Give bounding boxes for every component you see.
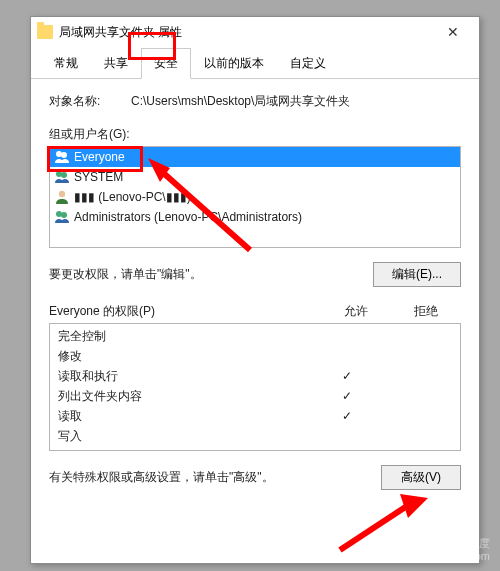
folder-icon: [37, 25, 53, 39]
advanced-row: 有关特殊权限或高级设置，请单击"高级"。 高级(V): [49, 465, 461, 490]
edit-button[interactable]: 编辑(E)...: [373, 262, 461, 287]
group-item-user[interactable]: ▮▮▮ (Lenovo-PC\▮▮▮): [50, 187, 460, 207]
tab-strip: 常规 共享 安全 以前的版本 自定义: [31, 47, 479, 79]
group-item-everyone[interactable]: Everyone: [50, 147, 460, 167]
svg-point-0: [56, 151, 62, 157]
perm-row[interactable]: 修改: [50, 346, 460, 366]
perm-allow-check: ✓: [312, 409, 382, 423]
perm-name: 修改: [58, 348, 312, 365]
advanced-button[interactable]: 高级(V): [381, 465, 461, 490]
perm-allow-check: ✓: [312, 389, 382, 403]
group-item-label: Everyone: [74, 150, 125, 164]
perm-row[interactable]: 列出文件夹内容✓: [50, 386, 460, 406]
perm-name: 读取: [58, 408, 312, 425]
advanced-hint: 有关特殊权限或高级设置，请单击"高级"。: [49, 469, 381, 486]
object-name-label: 对象名称:: [49, 93, 131, 110]
perm-row[interactable]: 读取和执行✓: [50, 366, 460, 386]
tab-previous[interactable]: 以前的版本: [191, 48, 277, 79]
groups-listbox[interactable]: Everyone SYSTEM ▮▮▮ (Lenovo-PC\▮▮▮) Admi…: [49, 146, 461, 248]
svg-point-1: [61, 152, 67, 158]
object-name-value: C:\Users\msh\Desktop\局域网共享文件夹: [131, 93, 350, 110]
groups-label: 组或用户名(G):: [49, 126, 461, 143]
object-name-row: 对象名称: C:\Users\msh\Desktop\局域网共享文件夹: [49, 93, 461, 110]
tab-general[interactable]: 常规: [41, 48, 91, 79]
perm-header: Everyone 的权限(P) 允许 拒绝: [49, 303, 461, 320]
perm-allow-header: 允许: [321, 303, 391, 320]
svg-point-4: [59, 191, 65, 197]
svg-point-2: [56, 171, 62, 177]
perm-row[interactable]: 读取✓: [50, 406, 460, 426]
perm-row[interactable]: 写入: [50, 426, 460, 446]
group-item-label: ▮▮▮ (Lenovo-PC\▮▮▮): [74, 190, 191, 204]
group-item-label: Administrators (Lenovo-PC\Administrators…: [74, 210, 302, 224]
tab-security[interactable]: 安全: [141, 48, 191, 79]
properties-dialog: 局域网共享文件夹 属性 ✕ 常规 共享 安全 以前的版本 自定义 对象名称: C…: [30, 16, 480, 564]
tab-sharing[interactable]: 共享: [91, 48, 141, 79]
user-icon: [54, 189, 70, 205]
group-item-label: SYSTEM: [74, 170, 123, 184]
close-button[interactable]: ✕: [433, 19, 473, 45]
svg-point-3: [61, 172, 67, 178]
watermark: Bai❀百度 jingyan.baidu.com: [401, 537, 490, 563]
users-icon: [54, 149, 70, 165]
group-item-admins[interactable]: Administrators (Lenovo-PC\Administrators…: [50, 207, 460, 227]
edit-row: 要更改权限，请单击"编辑"。 编辑(E)...: [49, 262, 461, 287]
perm-deny-header: 拒绝: [391, 303, 461, 320]
perm-name: 完全控制: [58, 328, 312, 345]
perm-name: 写入: [58, 428, 312, 445]
edit-hint: 要更改权限，请单击"编辑"。: [49, 266, 373, 283]
svg-point-6: [61, 212, 67, 218]
perm-name: 列出文件夹内容: [58, 388, 312, 405]
svg-point-5: [56, 211, 62, 217]
titlebar: 局域网共享文件夹 属性 ✕: [31, 17, 479, 47]
perm-row[interactable]: 完全控制: [50, 326, 460, 346]
watermark-logo: Bai❀百度: [401, 537, 490, 550]
group-item-system[interactable]: SYSTEM: [50, 167, 460, 187]
perm-name: 读取和执行: [58, 368, 312, 385]
tab-custom[interactable]: 自定义: [277, 48, 339, 79]
perm-allow-check: ✓: [312, 369, 382, 383]
users-icon: [54, 169, 70, 185]
permissions-listbox[interactable]: 完全控制 修改 读取和执行✓ 列出文件夹内容✓ 读取✓ 写入: [49, 323, 461, 451]
watermark-url: jingyan.baidu.com: [401, 550, 490, 563]
window-title: 局域网共享文件夹 属性: [59, 24, 433, 41]
perm-header-label: Everyone 的权限(P): [49, 303, 321, 320]
tab-content: 对象名称: C:\Users\msh\Desktop\局域网共享文件夹 组或用户…: [31, 79, 479, 506]
users-icon: [54, 209, 70, 225]
